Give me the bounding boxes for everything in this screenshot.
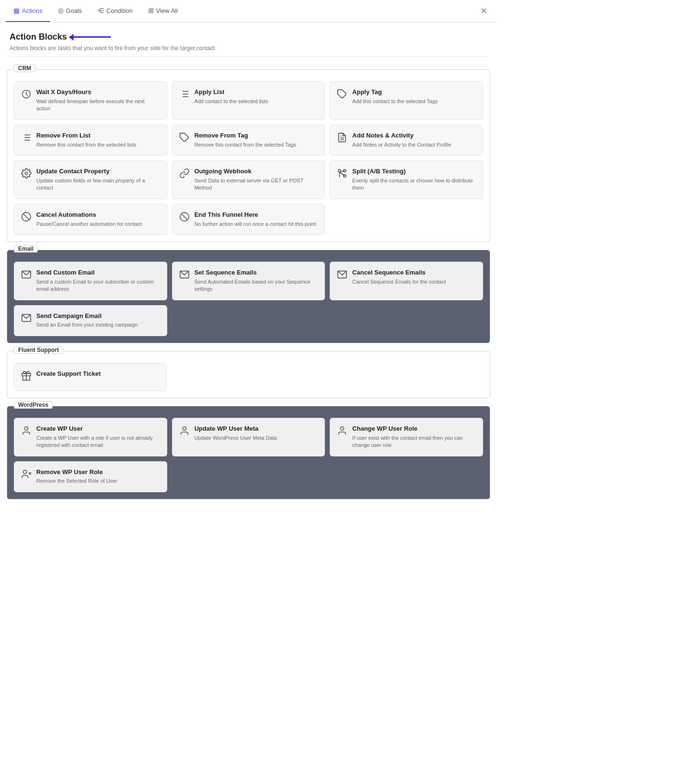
split-title: Split (A/B Testing): [352, 168, 476, 176]
change-wp-role-title: Change WP User Role: [352, 425, 476, 433]
card-change-wp-role[interactable]: Change WP User Role If user exist with t…: [330, 418, 483, 456]
send-campaign-icon: [21, 313, 32, 326]
close-button[interactable]: ✕: [476, 4, 491, 18]
card-create-ticket[interactable]: Create Support Ticket: [14, 363, 167, 391]
apply-tag-desc: Add this contact to the selected Tags: [352, 98, 438, 105]
set-sequence-title: Set Sequence Emails: [194, 269, 318, 277]
fluent-cards-grid: Create Support Ticket: [7, 351, 490, 398]
remove-tag-icon: [179, 132, 190, 146]
split-icon: [337, 168, 347, 181]
page-title: Action Blocks: [10, 32, 67, 42]
create-wp-user-title: Create WP User: [36, 425, 160, 433]
create-wp-user-icon: [21, 425, 32, 439]
tab-goals[interactable]: ◎ Goals: [50, 0, 90, 22]
apply-list-desc: Add contact to the selected lists: [194, 98, 269, 105]
update-wp-meta-title: Update WP User Meta: [194, 425, 277, 433]
title-row: Action Blocks: [10, 32, 487, 42]
wait-desc: Wait defined timespan before execute the…: [36, 98, 160, 113]
create-ticket-icon: [21, 371, 32, 384]
card-wait[interactable]: Wait X Days/Hours Wait defined timespan …: [14, 81, 167, 120]
page-header: Action Blocks Actions blocks are tasks t…: [0, 22, 497, 62]
wordpress-cards-grid: Create WP User Create a WP User with a r…: [7, 406, 490, 499]
remove-wp-role-icon: [21, 469, 32, 482]
goals-icon: ◎: [58, 7, 64, 14]
send-custom-title: Send Custom Email: [36, 269, 160, 277]
card-add-notes[interactable]: Add Notes & Activity Add Notes or Activi…: [330, 125, 483, 156]
svg-point-31: [341, 427, 344, 430]
cancel-auto-desc: Pause/Cancel another automation for cont…: [36, 221, 142, 228]
add-notes-desc: Add Notes or Activity to the Contact Pro…: [352, 141, 451, 148]
cancel-sequence-title: Cancel Sequence Emails: [352, 269, 446, 277]
svg-point-30: [183, 427, 186, 430]
wordpress-label: WordPress: [14, 401, 53, 409]
card-send-campaign[interactable]: Send Campaign Email Send an Email from y…: [14, 305, 167, 336]
update-property-title: Update Contact Property: [36, 168, 160, 176]
email-cards-grid: Send Custom Email Send a custom Email to…: [7, 250, 490, 343]
remove-tag-desc: Remove this contact from the selected Ta…: [194, 141, 296, 148]
header-divider: [10, 56, 487, 57]
end-funnel-desc: No further action will run once a contac…: [194, 221, 316, 228]
crm-label: CRM: [14, 64, 35, 72]
card-cancel-auto[interactable]: Cancel Automations Pause/Cancel another …: [14, 204, 167, 235]
tab-condition[interactable]: ⋲ Condition: [90, 0, 140, 22]
cancel-sequence-desc: Cancel Sequence Emails for the contact: [352, 278, 446, 286]
remove-wp-role-title: Remove WP User Role: [36, 468, 117, 477]
wait-title: Wait X Days/Hours: [36, 88, 160, 96]
card-webhook[interactable]: Outgoing Webhook Send Data to external s…: [172, 160, 325, 199]
card-create-wp-user[interactable]: Create WP User Create a WP User with a r…: [14, 418, 167, 456]
send-custom-desc: Send a custom Email to your subscriber o…: [36, 278, 160, 293]
cancel-auto-title: Cancel Automations: [36, 211, 142, 219]
webhook-icon: [179, 168, 190, 181]
card-end-funnel[interactable]: End This Funnel Here No further action w…: [172, 204, 325, 235]
apply-tag-title: Apply Tag: [352, 88, 438, 96]
viewall-icon: ⊞: [148, 7, 154, 14]
card-remove-tag[interactable]: Remove From Tag Remove this contact from…: [172, 125, 325, 156]
tab-viewall[interactable]: ⊞ View All: [140, 0, 185, 22]
update-property-desc: Update custom fields or few main propert…: [36, 177, 160, 192]
svg-line-24: [181, 213, 187, 220]
change-wp-role-icon: [337, 425, 347, 439]
change-wp-role-desc: If user exist with the contact email the…: [352, 434, 476, 449]
condition-icon: ⋲: [97, 7, 104, 14]
arrow-annotation: [73, 36, 111, 38]
card-split[interactable]: Split (A/B Testing) Evenly split the con…: [330, 160, 483, 199]
card-update-wp-meta[interactable]: Update WP User Meta Update WordPress Use…: [172, 418, 325, 456]
svg-point-29: [24, 427, 28, 430]
set-sequence-desc: Send Automated Emails based on your Sequ…: [194, 278, 318, 293]
fluent-label: Fluent Support: [14, 346, 63, 354]
card-apply-list[interactable]: Apply List Add contact to the selected l…: [172, 81, 325, 120]
remove-list-desc: Remove this contact from the selected li…: [36, 141, 136, 148]
split-desc: Evenly split the contacts or choose how …: [352, 177, 476, 192]
card-remove-wp-role[interactable]: Remove WP User Role Remove the Selected …: [14, 461, 167, 492]
send-campaign-title: Send Campaign Email: [36, 312, 138, 320]
card-cancel-sequence[interactable]: Cancel Sequence Emails Cancel Sequence E…: [330, 262, 483, 300]
update-wp-meta-desc: Update WordPress User Meta Data: [194, 434, 277, 442]
card-set-sequence[interactable]: Set Sequence Emails Send Automated Email…: [172, 262, 325, 300]
create-wp-user-desc: Create a WP User with a role if user is …: [36, 434, 160, 449]
remove-list-icon: [21, 132, 32, 146]
send-custom-icon: [21, 269, 32, 283]
end-funnel-title: End This Funnel Here: [194, 211, 316, 219]
card-apply-tag[interactable]: Apply Tag Add this contact to the select…: [330, 81, 483, 120]
section-fluent: Fluent Support Create Support Ticket: [7, 351, 490, 398]
crm-cards-grid: Wait X Days/Hours Wait defined timespan …: [7, 70, 490, 242]
webhook-title: Outgoing Webhook: [194, 168, 318, 176]
arrow-line: [73, 36, 111, 38]
section-wordpress: WordPress Create WP User Create a WP Use…: [7, 406, 490, 499]
tab-actions[interactable]: ▦ Actions: [6, 0, 50, 22]
cancel-sequence-icon: [337, 269, 347, 283]
tabs-bar: ▦ Actions ◎ Goals ⋲ Condition ⊞ View All…: [0, 0, 497, 22]
apply-list-icon: [179, 89, 190, 102]
card-update-property[interactable]: Update Contact Property Update custom fi…: [14, 160, 167, 199]
actions-icon: ▦: [13, 7, 20, 14]
apply-list-title: Apply List: [194, 88, 269, 96]
update-property-icon: [21, 168, 32, 181]
card-remove-list[interactable]: Remove From List Remove this contact fro…: [14, 125, 167, 156]
cancel-auto-icon: [21, 212, 32, 225]
card-send-custom[interactable]: Send Custom Email Send a custom Email to…: [14, 262, 167, 300]
section-crm: CRM Wait X Days/Hours Wait defined times…: [7, 69, 490, 242]
add-notes-title: Add Notes & Activity: [352, 132, 451, 140]
svg-line-22: [23, 213, 30, 220]
page-subtitle: Actions blocks are tasks that you want t…: [10, 45, 487, 52]
section-email: Email Send Custom Email Send a custom Em…: [7, 250, 490, 343]
